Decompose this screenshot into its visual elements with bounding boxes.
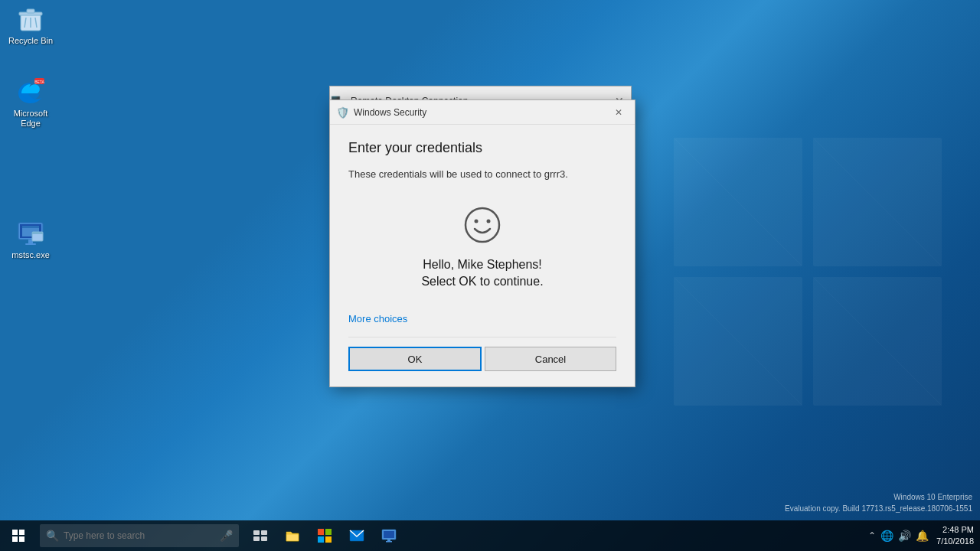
svg-rect-23	[32, 232, 43, 234]
svg-rect-21	[25, 243, 36, 245]
svg-rect-43	[386, 541, 392, 543]
microphone-icon: 🎤	[220, 530, 233, 542]
taskbar: 🔍 🎤	[0, 520, 980, 551]
build-line2: Evaluation copy. Build 17713.rs5_release…	[785, 503, 972, 514]
recycle-bin-image	[15, 4, 46, 34]
more-choices-link[interactable]: More choices	[348, 313, 407, 324]
store-taskbar-button[interactable]	[309, 520, 340, 551]
microsoft-edge-icon[interactable]: BETA MicrosoftEdge	[4, 77, 57, 129]
windows-logo-decoration	[674, 138, 942, 406]
svg-rect-29	[12, 536, 18, 542]
svg-rect-42	[387, 540, 390, 541]
hello-text: Hello, Mike Stephens!	[423, 258, 542, 272]
svg-rect-34	[261, 536, 267, 541]
recycle-bin-label: Recycle Bin	[8, 36, 53, 46]
dialog-title-icon: 🛡️	[336, 106, 349, 119]
mstsc-label: mstsc.exe	[11, 250, 50, 260]
svg-rect-38	[325, 536, 332, 543]
notification-icon[interactable]: 🔔	[916, 530, 929, 542]
svg-rect-36	[325, 529, 332, 535]
svg-rect-37	[318, 536, 324, 543]
svg-rect-30	[19, 536, 24, 542]
mail-taskbar-button[interactable]	[341, 520, 372, 551]
svg-rect-28	[19, 530, 24, 535]
svg-point-26	[487, 220, 491, 223]
network-icon[interactable]: 🌐	[880, 530, 893, 542]
svg-point-25	[475, 220, 479, 223]
svg-rect-33	[253, 536, 260, 541]
volume-icon[interactable]: 🔊	[898, 530, 911, 542]
desktop: Recycle Bin BETA MicrosoftEdge	[0, 0, 980, 551]
edge-label: MicrosoftEdge	[14, 109, 48, 129]
datetime-display[interactable]: 2:48 PM 7/10/2018	[936, 524, 974, 548]
taskbar-middle	[245, 520, 404, 551]
mstsc-icon[interactable]: mstsc.exe	[4, 218, 57, 260]
search-icon: 🔍	[46, 530, 59, 542]
file-explorer-taskbar-button[interactable]	[277, 520, 308, 551]
smiley-icon	[463, 206, 501, 252]
cancel-button[interactable]: Cancel	[485, 347, 616, 371]
search-bar[interactable]: 🔍 🎤	[40, 524, 239, 547]
dialog-title-text: Windows Security	[354, 107, 609, 118]
windows-security-dialog: 🛡️ Windows Security ✕ Enter your credent…	[329, 99, 635, 387]
taskbar-right: ⌃ 🌐 🔊 🔔 2:48 PM 7/10/2018	[868, 524, 980, 548]
select-ok-text: Select OK to continue.	[421, 275, 543, 289]
time-display: 2:48 PM	[942, 524, 974, 536]
dialog-titlebar: 🛡️ Windows Security ✕	[330, 100, 635, 125]
svg-rect-19	[22, 226, 39, 228]
remote-desktop-taskbar-button[interactable]	[374, 520, 404, 551]
dialog-body: Enter your credentials These credentials…	[330, 125, 635, 386]
svg-rect-41	[384, 531, 394, 538]
dialog-heading: Enter your credentials	[348, 140, 616, 156]
ok-button[interactable]: OK	[348, 347, 482, 371]
build-line1: Windows 10 Enterprise	[785, 491, 972, 503]
edge-image: BETA	[15, 77, 46, 107]
date-display: 7/10/2018	[936, 536, 974, 547]
svg-rect-10	[27, 9, 34, 13]
svg-point-24	[466, 208, 499, 242]
start-button[interactable]	[0, 520, 37, 551]
build-info: Windows 10 Enterprise Evaluation copy. B…	[785, 491, 972, 514]
dialog-description: These credentials will be used to connec…	[348, 168, 616, 180]
svg-rect-35	[318, 529, 324, 535]
svg-rect-32	[261, 530, 267, 535]
task-view-button[interactable]	[245, 520, 276, 551]
recycle-bin-icon[interactable]: Recycle Bin	[4, 4, 57, 46]
svg-rect-31	[253, 530, 260, 535]
dialog-buttons: OK Cancel	[348, 337, 616, 371]
svg-text:BETA: BETA	[34, 80, 44, 84]
chevron-up-icon[interactable]: ⌃	[868, 530, 876, 541]
search-input[interactable]	[64, 530, 217, 541]
mstsc-image	[15, 218, 46, 249]
dialog-user-section: Hello, Mike Stephens! Select OK to conti…	[348, 198, 616, 296]
dialog-close-button[interactable]: ✕	[609, 104, 629, 121]
svg-rect-27	[12, 530, 18, 535]
system-tray: ⌃ 🌐 🔊 🔔	[868, 530, 929, 542]
